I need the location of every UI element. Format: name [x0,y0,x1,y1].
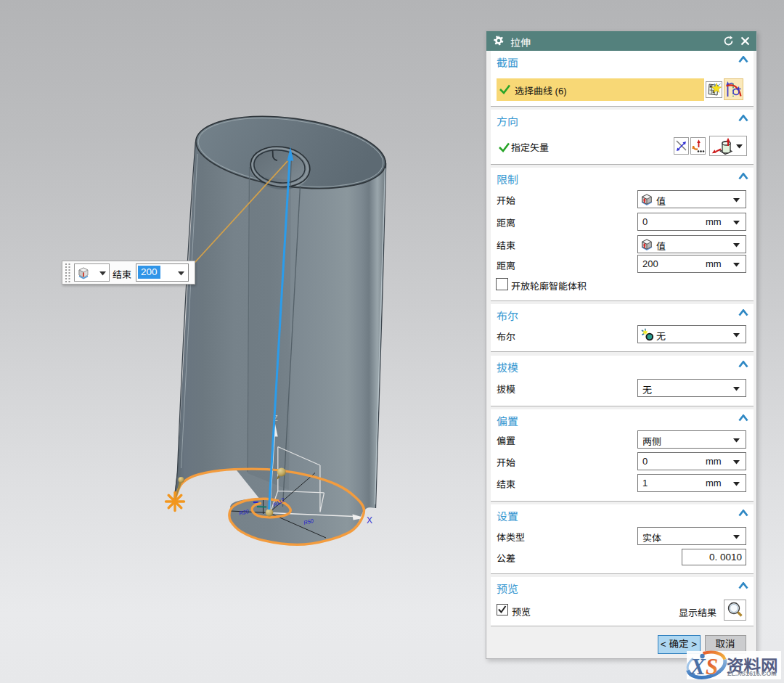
svg-text:X: X [367,515,372,525]
svg-text:S: S [706,654,718,679]
svg-text:X: X [690,654,706,679]
